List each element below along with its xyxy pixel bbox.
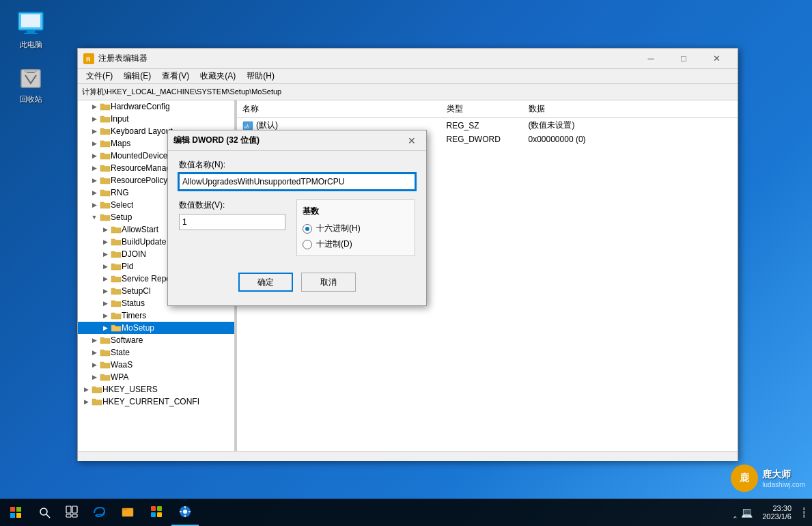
folder-icon xyxy=(111,323,122,333)
folder-icon xyxy=(100,335,111,345)
start-button[interactable] xyxy=(0,499,31,526)
svg-rect-11 xyxy=(10,507,15,512)
dialog-box: 编辑 DWORD (32 位值) ✕ 数值名称(N): 数值数据(V): 基数 xyxy=(167,130,427,306)
tree-item-hkeyusers[interactable]: ▶ HKEY_USERS xyxy=(78,383,234,396)
tree-label: State xyxy=(111,348,130,357)
expand-icon: ▶ xyxy=(89,126,100,137)
expand-icon: ▶ xyxy=(89,163,100,174)
folder-icon xyxy=(100,212,111,222)
title-bar: R 注册表编辑器 ─ □ ✕ xyxy=(78,49,738,69)
tree-label: HKEY_USERS xyxy=(102,385,158,394)
maximize-button[interactable]: □ xyxy=(668,49,699,69)
folder-icon xyxy=(111,262,122,271)
explorer-icon xyxy=(121,505,135,518)
menu-help[interactable]: 帮助(H) xyxy=(241,69,280,83)
tree-label: Software xyxy=(111,335,143,345)
svg-rect-14 xyxy=(16,513,21,518)
clock[interactable]: 23:30 2023/1/6 xyxy=(757,504,797,521)
recycle-icon xyxy=(17,64,44,92)
tree-item-input[interactable]: ▶ Input xyxy=(78,113,234,125)
minimize-button[interactable]: ─ xyxy=(635,49,667,69)
svg-rect-25 xyxy=(151,512,156,517)
menu-view[interactable]: 查看(V) xyxy=(156,69,195,83)
folder-icon xyxy=(100,163,111,173)
expand-icon: ▶ xyxy=(89,175,100,186)
show-desktop[interactable]: ┆ xyxy=(801,507,807,518)
expand-icon: ▶ xyxy=(100,298,111,309)
folder-icon xyxy=(100,102,111,111)
search-button[interactable] xyxy=(31,499,58,526)
reg-data-allowupgrades: 0x00000000 (0) xyxy=(529,135,733,144)
close-button[interactable]: ✕ xyxy=(701,49,732,69)
regedit-app-icon xyxy=(178,505,192,518)
folder-icon xyxy=(100,151,111,161)
tree-label: SetupCl xyxy=(122,286,151,296)
radio-hex[interactable]: 十六进制(H) xyxy=(303,223,409,234)
tree-item-waas[interactable]: ▶ WaaS xyxy=(78,359,234,371)
folder-icon xyxy=(100,200,111,210)
svg-rect-19 xyxy=(66,514,71,517)
expand-icon: ▶ xyxy=(89,113,100,124)
tree-item-state[interactable]: ▶ State xyxy=(78,346,234,359)
watermark-logo: 鹿 xyxy=(731,465,758,492)
tree-item-software[interactable]: ▶ Software xyxy=(78,334,234,346)
folder-icon xyxy=(111,249,122,259)
expand-icon: ▶ xyxy=(100,236,111,247)
base-label: 基数 xyxy=(303,206,409,217)
svg-text:ab: ab xyxy=(244,124,249,130)
col-name-header: 名称 xyxy=(242,102,447,116)
window-title: 注册表编辑器 xyxy=(98,53,635,64)
tree-item-hardwareconfig[interactable]: ▶ HardwareConfig xyxy=(78,100,234,113)
svg-rect-22 xyxy=(122,508,127,510)
menu-favorites[interactable]: 收藏夹(A) xyxy=(195,69,241,83)
ok-button[interactable]: 确定 xyxy=(238,273,293,292)
desktop-icon-thispc[interactable]: 此电脑 xyxy=(7,7,55,53)
tree-label: AllowStart xyxy=(122,225,158,234)
folder-icon xyxy=(92,385,102,394)
tray-network[interactable]: 💻 xyxy=(741,507,753,518)
tree-label: Pid xyxy=(122,262,133,271)
svg-point-15 xyxy=(40,508,47,515)
menu-file[interactable]: 文件(F) xyxy=(81,69,118,83)
folder-icon xyxy=(100,126,111,136)
expand-icon: ▶ xyxy=(89,335,100,346)
expand-icon: ▶ xyxy=(89,150,100,161)
tree-item-timers[interactable]: ▶ Timers xyxy=(78,309,234,322)
search-icon xyxy=(38,506,51,518)
expand-icon: ▶ xyxy=(100,249,111,260)
svg-text:R: R xyxy=(86,56,91,63)
tree-item-hkeycurrentconfig[interactable]: ▶ HKEY_CURRENT_CONFI xyxy=(78,396,234,408)
tree-label: WPA xyxy=(111,372,128,382)
taskview-button[interactable] xyxy=(58,499,85,526)
expand-icon: ▼ xyxy=(89,212,100,223)
svg-rect-1 xyxy=(21,14,40,27)
col-type-header: 类型 xyxy=(447,102,529,116)
svg-point-28 xyxy=(183,510,187,514)
tree-label: Status xyxy=(122,299,145,308)
tree-item-wpa[interactable]: ▶ WPA xyxy=(78,371,234,383)
edge-app[interactable] xyxy=(85,499,113,526)
tree-label: Setup xyxy=(111,212,132,222)
explorer-app[interactable] xyxy=(114,499,141,526)
horizontal-scrollbar[interactable] xyxy=(78,451,738,460)
watermark: 鹿 鹿大师 ludashiwj.com xyxy=(731,465,805,492)
name-input[interactable] xyxy=(179,174,415,190)
store-app[interactable] xyxy=(143,499,170,526)
menu-edit[interactable]: 编辑(E) xyxy=(118,69,156,83)
dialog-close-button[interactable]: ✕ xyxy=(403,132,421,150)
radio-dec[interactable]: 十进制(D) xyxy=(303,238,409,250)
edge-icon xyxy=(92,505,106,518)
radio-dec-circle xyxy=(303,240,312,249)
regedit-app[interactable] xyxy=(171,499,199,526)
base-section: 基数 十六进制(H) 十进制(D) xyxy=(296,199,415,256)
tray-chevron[interactable]: ‸ xyxy=(733,507,737,518)
menu-bar: 文件(F) 编辑(E) 查看(V) 收藏夹(A) 帮助(H) xyxy=(78,69,738,84)
cancel-button[interactable]: 取消 xyxy=(301,273,356,292)
folder-icon xyxy=(111,237,122,247)
expand-icon: ▶ xyxy=(100,224,111,235)
folder-icon xyxy=(100,348,111,357)
tree-item-mosetup[interactable]: ▶ MoSetup xyxy=(78,322,234,334)
clock-time: 23:30 xyxy=(762,504,792,512)
desktop-icon-recycle[interactable]: 回收站 xyxy=(7,61,55,107)
data-input[interactable] xyxy=(179,214,285,230)
